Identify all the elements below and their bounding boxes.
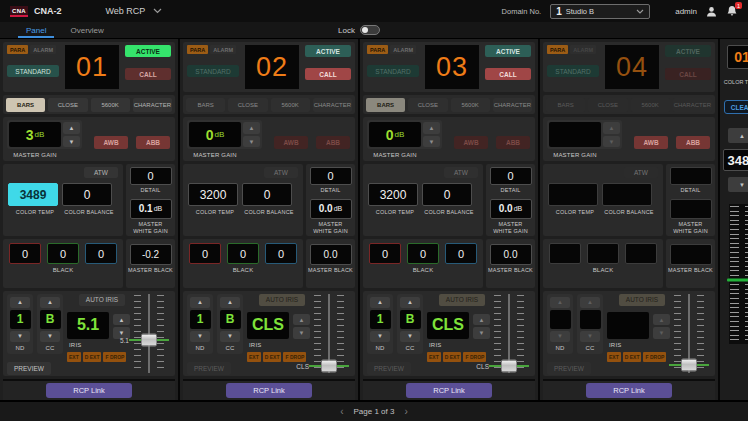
active-button[interactable]: ACTIVE <box>665 45 711 57</box>
nd-decrement-button[interactable]: ▼ <box>550 331 570 342</box>
rcp-link-button[interactable]: RCP Link <box>586 383 672 398</box>
rcp-link-button[interactable]: RCP Link <box>406 383 492 398</box>
gain-increment-button[interactable]: ▲ <box>603 122 620 134</box>
awb-button[interactable]: AWB <box>454 136 488 149</box>
sidebar-decrement-button[interactable]: ▼ <box>728 177 748 192</box>
iris-decrement-button[interactable]: ▼ <box>293 327 310 339</box>
close-button[interactable]: CLOSE <box>408 98 447 112</box>
iris-slider[interactable]: CLS <box>491 294 527 373</box>
5600k-button[interactable]: 5600K <box>631 98 670 112</box>
awb-button[interactable]: AWB <box>634 136 668 149</box>
gain-decrement-button[interactable]: ▼ <box>603 136 620 148</box>
black-green-display[interactable]: 0 <box>407 243 439 264</box>
master-gain-display[interactable]: 0dB <box>369 122 421 147</box>
black-blue-display[interactable] <box>625 243 657 264</box>
sidebar-increment-button[interactable]: ▲ <box>728 128 748 143</box>
detail-display[interactable]: 0 <box>490 167 532 185</box>
iris-increment-button[interactable]: ▲ <box>293 314 310 326</box>
black-blue-display[interactable]: 0 <box>85 243 117 264</box>
cc-increment-button[interactable]: ▲ <box>580 297 600 308</box>
color-temp-display[interactable]: 3200 <box>188 183 238 206</box>
iris-increment-button[interactable]: ▲ <box>113 314 130 326</box>
auto-iris-button[interactable]: AUTO IRIS <box>619 294 665 306</box>
clear-button[interactable]: CLEAR <box>724 100 748 114</box>
nd-decrement-button[interactable]: ▼ <box>10 331 30 342</box>
iris-decrement-button[interactable]: ▼ <box>473 327 490 339</box>
black-red-display[interactable]: 0 <box>369 243 401 264</box>
active-button[interactable]: ACTIVE <box>125 45 171 57</box>
black-blue-display[interactable]: 0 <box>265 243 297 264</box>
rcp-link-button[interactable]: RCP Link <box>226 383 312 398</box>
cc-decrement-button[interactable]: ▼ <box>220 331 240 342</box>
character-button[interactable]: CHARACTER <box>673 98 712 112</box>
abb-button[interactable]: ABB <box>676 136 710 149</box>
master-gain-display[interactable]: 0dB <box>189 122 241 147</box>
tab-overview[interactable]: Overview <box>58 22 115 38</box>
black-blue-display[interactable]: 0 <box>445 243 477 264</box>
page-next-button[interactable]: › <box>404 407 407 417</box>
camera-number-display[interactable]: 02 <box>245 45 299 89</box>
master-black-display[interactable]: -0.2 <box>130 244 172 265</box>
color-balance-display[interactable] <box>602 183 652 206</box>
standard-button[interactable]: STANDARD <box>187 65 239 77</box>
nd-decrement-button[interactable]: ▼ <box>190 331 210 342</box>
detail-display[interactable]: 0 <box>310 167 352 185</box>
atw-button[interactable]: ATW <box>264 167 298 178</box>
camera-number-display[interactable]: 01 <box>65 45 119 89</box>
cc-decrement-button[interactable]: ▼ <box>580 331 600 342</box>
black-red-display[interactable]: 0 <box>189 243 221 264</box>
atw-button[interactable]: ATW <box>444 167 478 178</box>
iris-slider[interactable]: CLS <box>311 294 347 373</box>
nd-increment-button[interactable]: ▲ <box>370 297 390 308</box>
awb-button[interactable]: AWB <box>94 136 128 149</box>
master-gain-display[interactable] <box>549 122 601 147</box>
bars-button[interactable]: BARS <box>186 98 225 112</box>
close-button[interactable]: CLOSE <box>48 98 87 112</box>
tab-panel[interactable]: Panel <box>14 22 58 38</box>
domain-select[interactable]: 1 Studio B <box>550 4 650 19</box>
call-button[interactable]: CALL <box>305 68 351 80</box>
bars-button[interactable]: BARS <box>6 98 45 112</box>
auto-iris-button[interactable]: AUTO IRIS <box>79 294 125 306</box>
iris-increment-button[interactable]: ▲ <box>473 314 490 326</box>
rcp-link-button[interactable]: RCP Link <box>46 383 132 398</box>
color-balance-display[interactable]: 0 <box>242 183 292 206</box>
preview-button[interactable]: PREVIEW <box>547 362 591 375</box>
close-button[interactable]: CLOSE <box>588 98 627 112</box>
call-button[interactable]: CALL <box>125 68 171 80</box>
character-button[interactable]: CHARACTER <box>133 98 172 112</box>
abb-button[interactable]: ABB <box>136 136 170 149</box>
black-red-display[interactable]: 0 <box>9 243 41 264</box>
5600k-button[interactable]: 5600K <box>91 98 130 112</box>
awb-button[interactable]: AWB <box>274 136 308 149</box>
iris-slider[interactable]: 5.1 <box>131 294 167 373</box>
detail-display[interactable] <box>670 167 712 185</box>
standard-button[interactable]: STANDARD <box>547 65 599 77</box>
cc-increment-button[interactable]: ▲ <box>400 297 420 308</box>
nd-increment-button[interactable]: ▲ <box>10 297 30 308</box>
camera-number-display[interactable]: 04 <box>605 45 659 89</box>
master-white-gain-display[interactable]: 0.0dB <box>490 199 532 219</box>
nd-increment-button[interactable]: ▲ <box>550 297 570 308</box>
abb-button[interactable]: ABB <box>316 136 350 149</box>
call-button[interactable]: CALL <box>665 68 711 80</box>
sidebar-fine-slider[interactable] <box>729 204 748 344</box>
cc-increment-button[interactable]: ▲ <box>40 297 60 308</box>
user-account-icon[interactable] <box>706 6 717 17</box>
gain-decrement-button[interactable]: ▼ <box>423 136 440 148</box>
gain-increment-button[interactable]: ▲ <box>243 122 260 134</box>
cc-increment-button[interactable]: ▲ <box>220 297 240 308</box>
master-white-gain-display[interactable]: 0.0dB <box>310 199 352 219</box>
page-prev-button[interactable]: ‹ <box>340 407 343 417</box>
lock-toggle[interactable] <box>360 25 380 35</box>
color-temp-display[interactable]: 3200 <box>368 183 418 206</box>
master-black-display[interactable] <box>670 244 712 265</box>
iris-slider-handle[interactable] <box>501 360 517 373</box>
bars-button[interactable]: BARS <box>546 98 585 112</box>
color-balance-display[interactable]: 0 <box>422 183 472 206</box>
notification-bell-icon[interactable]: 1 <box>726 5 738 17</box>
character-button[interactable]: CHARACTER <box>493 98 532 112</box>
iris-slider[interactable] <box>671 294 707 373</box>
iris-slider-handle[interactable] <box>321 360 337 373</box>
bars-button[interactable]: BARS <box>366 98 405 112</box>
